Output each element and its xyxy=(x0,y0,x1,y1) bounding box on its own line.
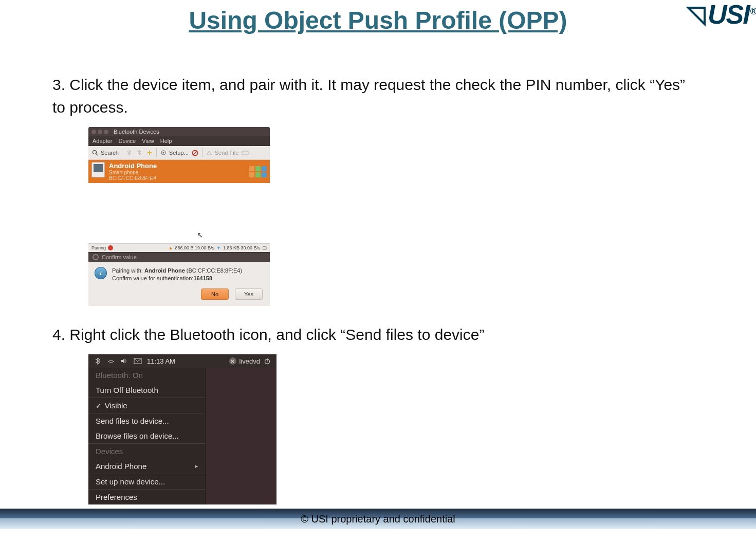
menu-adapter[interactable]: Adapter xyxy=(93,138,113,144)
screenshot-bluetooth-devices: Bluetooth Devices Adapter Device View He… xyxy=(88,127,756,306)
submenu-empty xyxy=(205,368,276,504)
toolbar: Search Setup... xyxy=(88,146,270,160)
usi-logo: USI® xyxy=(685,0,756,28)
device-mac: BC:CF:CC:E8:8F:E4 xyxy=(109,175,157,181)
footer: © USI proprietary and confidential xyxy=(0,509,756,529)
step-3-text: 3. Click the device item, and pair with … xyxy=(52,74,690,119)
svg-line-1 xyxy=(96,154,98,155)
confirm-pin: 164158 xyxy=(193,275,212,281)
confirm-device-mac: (BC:CF:CC:E8:8F:E4) xyxy=(185,267,242,274)
menu-visible[interactable]: Visible xyxy=(88,398,205,413)
confirm-body: i Pairing with: Android Phone (BC:CF:CC:… xyxy=(88,262,270,286)
device-row-android[interactable]: Android Phone Smart phone BC:CF:CC:E8:8F… xyxy=(88,160,270,183)
menu-view[interactable]: View xyxy=(142,138,154,144)
gear-icon xyxy=(160,149,167,156)
menu-browse-files[interactable]: Browse files on device... xyxy=(88,428,205,443)
menubar[interactable]: Adapter Device View Help xyxy=(88,136,270,146)
device-list[interactable]: Android Phone Smart phone BC:CF:CC:E8:8F… xyxy=(88,160,270,243)
menu-setup-new[interactable]: Set up new device... xyxy=(88,474,205,489)
minimize-icon[interactable] xyxy=(98,130,102,134)
browse-icon[interactable] xyxy=(242,149,249,156)
sendfile-label: Send File xyxy=(215,150,238,156)
svg-line-5 xyxy=(193,151,197,155)
bluetooth-menu: Bluetooth: On Turn Off Bluetooth Visible… xyxy=(88,368,205,504)
confirm-title: Confirm value xyxy=(102,254,137,260)
setup-button[interactable]: Setup... xyxy=(160,149,189,156)
bluetooth-grey2-icon[interactable] xyxy=(136,149,143,156)
confirm-bullet-icon xyxy=(93,254,99,260)
info-icon: i xyxy=(95,267,107,279)
confirm-auth-label: Confirm value for authentication: xyxy=(112,275,193,281)
close-icon[interactable] xyxy=(91,130,96,134)
menu-android-phone[interactable]: Android Phone xyxy=(88,459,205,474)
download-arrow-icon: ▼ xyxy=(216,245,221,250)
screenshot-bluetooth-tray-menu: 11:13 AM ✕ livedvd Bluetooth: On Turn Of… xyxy=(88,354,756,504)
clock[interactable]: 11:13 AM xyxy=(147,357,175,365)
user-status-icon[interactable]: ✕ xyxy=(229,357,236,365)
upload-rate: 886.00 B 19.00 B/s xyxy=(175,245,214,250)
volume-tray-icon[interactable] xyxy=(120,358,128,364)
menu-preferences[interactable]: Preferences xyxy=(88,490,205,504)
battery-icon: ▢ xyxy=(262,245,267,250)
service-icons xyxy=(249,166,267,177)
menu-turn-off-bt[interactable]: Turn Off Bluetooth xyxy=(88,383,205,398)
search-icon xyxy=(91,149,99,156)
menu-bt-on: Bluetooth: On xyxy=(88,368,205,383)
footer-text: © USI proprietary and confidential xyxy=(301,513,455,525)
mail-tray-icon[interactable] xyxy=(134,358,142,364)
menu-device[interactable]: Device xyxy=(119,138,136,144)
sendfile-icon xyxy=(206,149,213,156)
upload-arrow-icon: ▲ xyxy=(169,245,173,250)
download-rate: 1.86 KB 30.00 B/s xyxy=(223,245,261,250)
maximize-icon[interactable] xyxy=(104,130,108,134)
cursor-icon: ↖ xyxy=(197,231,203,239)
confirm-device-name: Android Phone xyxy=(144,267,185,274)
add-icon[interactable] xyxy=(146,149,153,156)
no-button[interactable]: No xyxy=(201,288,229,300)
phone-icon xyxy=(91,162,105,177)
setup-label: Setup... xyxy=(169,150,189,156)
yes-button[interactable]: Yes xyxy=(235,288,263,300)
menu-send-files[interactable]: Send files to device... xyxy=(88,413,205,428)
confirm-pairing-prefix: Pairing with: xyxy=(112,267,144,274)
window-titlebar: Bluetooth Devices xyxy=(88,127,270,136)
svg-rect-6 xyxy=(242,151,248,155)
system-tray: 11:13 AM ✕ livedvd xyxy=(88,354,276,368)
search-button[interactable]: Search xyxy=(91,149,119,156)
menu-devices-header: Devices xyxy=(88,444,205,459)
confirm-titlebar: Confirm value xyxy=(88,252,270,262)
bluetooth-grey-icon[interactable] xyxy=(125,149,133,156)
status-bar: Pairing ▲ 886.00 B 19.00 B/s ▼ 1.86 KB 3… xyxy=(88,243,270,252)
sendfile-button[interactable]: Send File xyxy=(206,149,238,156)
username[interactable]: livedvd xyxy=(239,357,260,365)
power-tray-icon[interactable] xyxy=(263,357,271,365)
device-subtype: Smart phone xyxy=(109,170,157,175)
window-title: Bluetooth Devices xyxy=(114,129,159,135)
search-label: Search xyxy=(101,150,119,156)
pairing-label: Pairing xyxy=(91,245,106,250)
step-4-text: 4. Right click the Bluetooth icon, and c… xyxy=(52,323,690,346)
svg-point-0 xyxy=(93,151,97,154)
page-title: Using Object Push Profile (OPP) xyxy=(0,3,756,48)
svg-point-3 xyxy=(162,152,164,154)
stop-icon[interactable] xyxy=(108,245,113,250)
bluetooth-tray-icon[interactable] xyxy=(94,357,102,365)
deny-icon[interactable] xyxy=(192,149,199,156)
device-name: Android Phone xyxy=(109,162,157,170)
wifi-tray-icon[interactable] xyxy=(107,358,115,364)
menu-help[interactable]: Help xyxy=(160,138,172,144)
